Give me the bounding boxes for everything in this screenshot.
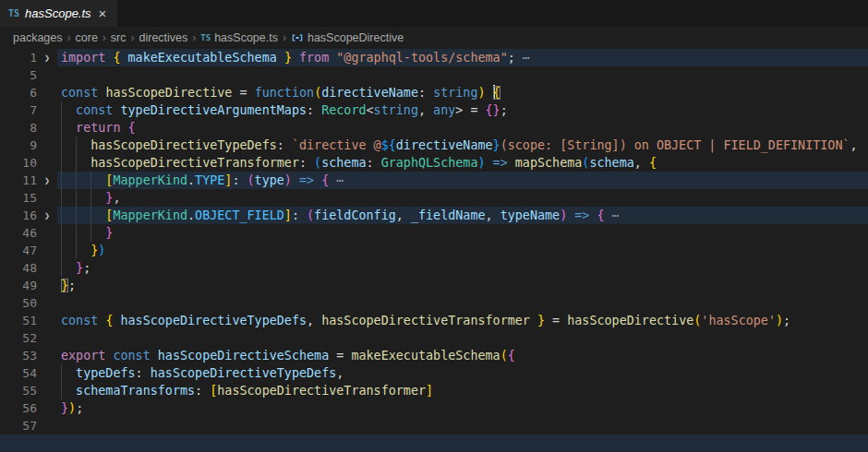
code-line-16[interactable]: 16❯ [MapperKind.OBJECT_FIELD]: (fieldCon…: [0, 207, 868, 224]
code-line-content[interactable]: };: [57, 259, 868, 277]
code-token: hasScopeDirectiveTransformer: [321, 314, 530, 327]
indent-guide: [76, 224, 90, 242]
line-number: 46: [0, 224, 37, 242]
code-line-11[interactable]: 11❯ [MapperKind.TYPE]: (type) => { ⋯: [0, 172, 868, 189]
code-line-49[interactable]: 49};: [0, 277, 868, 294]
tab-hasscope[interactable]: TS hasScope.ts ×: [0, 0, 118, 27]
code-token: OBJECT_FIELD: [195, 208, 284, 222]
code-line-1[interactable]: 1❯import { makeExecutableSchema } from "…: [0, 49, 868, 66]
code-token: string: [433, 86, 477, 100]
breadcrumb-item-hasscopedirective[interactable]: hasScopeDirective: [291, 31, 404, 44]
breadcrumb-item-src[interactable]: src: [111, 31, 127, 44]
gutter: 46: [0, 224, 57, 242]
gutter: 51: [0, 312, 57, 329]
code-line-content[interactable]: [MapperKind.TYPE]: (type) => { ⋯: [57, 172, 868, 189]
code-line-9[interactable]: 9 hasScopeDirectiveTypeDefs: `directive …: [0, 137, 868, 154]
breadcrumb-item-directives[interactable]: directives: [139, 31, 188, 44]
code-line-54[interactable]: 54 typeDefs: hasScopeDirectiveTypeDefs,: [0, 364, 868, 382]
code-token: hasScopeDirectiveSchema: [158, 349, 329, 363]
code-line-53[interactable]: 53export const hasScopeDirectiveSchema =…: [0, 347, 868, 364]
code-line-51[interactable]: 51const { hasScopeDirectiveTypeDefs, has…: [0, 312, 868, 329]
fold-gutter-space: [37, 382, 57, 399]
fold-chevron-icon[interactable]: ❯: [37, 172, 57, 189]
indent-guide: [61, 207, 76, 224]
indent-guide: [90, 172, 105, 189]
code-line-content[interactable]: return {: [57, 119, 868, 137]
code-line-55[interactable]: 55 schemaTransforms: [hasScopeDirectiveT…: [0, 382, 868, 399]
code-line-content[interactable]: import { makeExecutableSchema } from "@g…: [57, 49, 868, 66]
code-token: hasScopeDirective: [105, 86, 232, 100]
code-token: (: [247, 173, 255, 187]
code-line-6[interactable]: 6const hasScopeDirective = function(dire…: [0, 84, 868, 101]
code-token: =>: [292, 173, 321, 187]
code-token: GraphQLSchema: [381, 156, 478, 170]
code-token: (: [314, 86, 321, 100]
code-line-5[interactable]: 5: [0, 66, 868, 84]
breadcrumb-item-packages[interactable]: packages: [13, 31, 63, 44]
code-token: export: [61, 349, 113, 363]
code-token: ,: [307, 314, 321, 327]
code-token: :: [367, 156, 381, 170]
code-token: ,: [634, 156, 649, 170]
code-line-10[interactable]: 10 hasScopeDirectiveTransformer: (schema…: [0, 154, 868, 172]
code-token: hasScopeDirectiveTypeDefs: [151, 366, 337, 380]
code-line-56[interactable]: 56});: [0, 399, 868, 417]
code-line-46[interactable]: 46 }: [0, 224, 868, 242]
gutter: 54: [0, 364, 57, 382]
code-line-15[interactable]: 15 },: [0, 189, 868, 207]
fold-gutter-space: [37, 277, 57, 294]
code-line-content[interactable]: typeDefs: hasScopeDirectiveTypeDefs,: [57, 364, 868, 382]
gutter: 11❯: [0, 172, 57, 189]
code-token: ⋯: [605, 208, 620, 222]
fold-chevron-icon[interactable]: ❯: [37, 49, 57, 66]
indent-guide: [61, 137, 76, 154]
code-token: makeExecutableSchema: [121, 51, 284, 65]
code-token: fieldConfig: [314, 208, 396, 222]
code-editor[interactable]: 1❯import { makeExecutableSchema } from "…: [0, 49, 868, 434]
breadcrumb-item-hasscope-ts[interactable]: TShasScope.ts: [200, 31, 278, 44]
code-token: schema: [321, 156, 366, 170]
indent-guide: [61, 154, 76, 172]
code-line-content[interactable]: const typeDirectiveArgumentMaps: Record<…: [57, 101, 868, 119]
code-line-50[interactable]: 50: [0, 294, 868, 312]
typescript-file-icon: TS: [8, 8, 19, 18]
code-line-content[interactable]: });: [57, 399, 868, 417]
code-line-content[interactable]: [57, 329, 868, 347]
code-line-47[interactable]: 47 }): [0, 242, 868, 259]
line-number: 5: [0, 66, 37, 84]
code-token: hasScopeDirectiveTypeDefs: [90, 138, 277, 152]
code-line-57[interactable]: 57: [0, 417, 868, 434]
code-line-content[interactable]: }: [57, 224, 868, 242]
code-line-content[interactable]: hasScopeDirectiveTypeDefs: `directive @$…: [57, 137, 868, 154]
code-line-content[interactable]: [57, 417, 868, 434]
code-line-content[interactable]: [MapperKind.OBJECT_FIELD]: (fieldConfig,…: [57, 207, 868, 224]
gutter: 55: [0, 382, 57, 399]
close-tab-icon[interactable]: ×: [97, 6, 109, 21]
line-number: 53: [0, 347, 37, 364]
line-number: 9: [0, 137, 37, 154]
fold-chevron-icon[interactable]: ❯: [37, 207, 57, 224]
code-line-52[interactable]: 52: [0, 329, 868, 347]
code-token: ): [284, 173, 292, 187]
code-line-8[interactable]: 8 return {: [0, 119, 868, 137]
code-line-content[interactable]: schemaTransforms: [hasScopeDirectiveTran…: [57, 382, 868, 399]
code-token: :: [195, 384, 210, 398]
code-line-content[interactable]: const { hasScopeDirectiveTypeDefs, hasSc…: [57, 312, 868, 329]
gutter: 48: [0, 259, 57, 277]
code-line-content[interactable]: [57, 294, 868, 312]
code-line-content[interactable]: export const hasScopeDirectiveSchema = m…: [57, 347, 868, 364]
code-line-content[interactable]: }): [57, 242, 868, 259]
code-line-content[interactable]: hasScopeDirectiveTransformer: (schema: G…: [57, 154, 868, 172]
gutter: 16❯: [0, 207, 57, 224]
code-line-content[interactable]: const hasScopeDirective = function(direc…: [57, 84, 868, 101]
code-token: [486, 86, 493, 100]
code-line-content[interactable]: [57, 66, 868, 84]
code-line-content[interactable]: },: [57, 189, 868, 207]
code-line-48[interactable]: 48 };: [0, 259, 868, 277]
breadcrumb-item-core[interactable]: core: [76, 31, 98, 44]
line-number: 8: [0, 119, 37, 137]
fold-gutter-space: [37, 329, 57, 347]
code-line-content[interactable]: };: [57, 277, 868, 294]
code-line-7[interactable]: 7 const typeDirectiveArgumentMaps: Recor…: [0, 101, 868, 119]
tab-title: hasScope.ts: [25, 6, 91, 20]
